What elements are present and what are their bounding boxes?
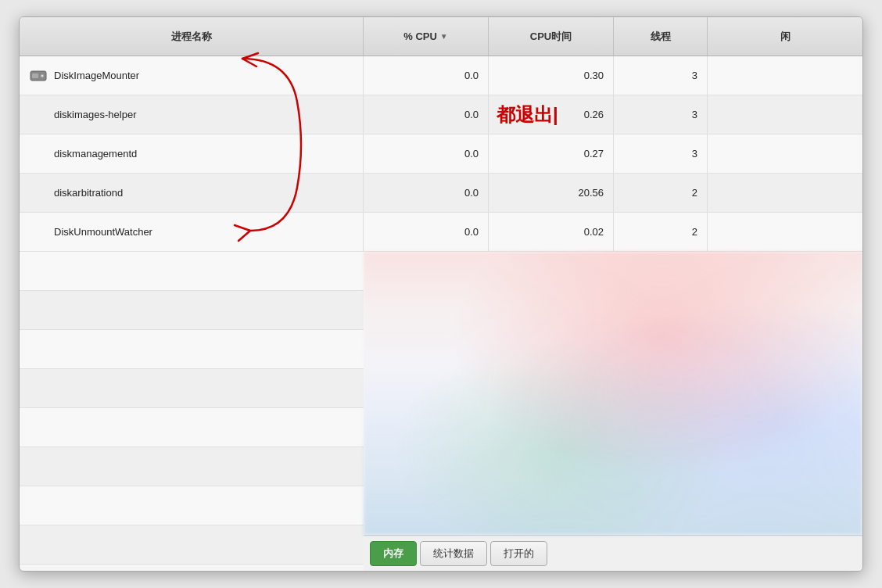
cpu-cell: 0.0: [364, 56, 489, 95]
table-row[interactable]: diskarbitrationd: [20, 174, 364, 213]
process-name-cell: DiskUnmountWatcher: [20, 213, 364, 251]
process-list-panel: DiskImageMounter diskimages-helper diskm…: [20, 56, 364, 571]
table-row[interactable]: 0.0 20.56 2: [364, 174, 862, 213]
cpu-cell: 0.0: [364, 174, 489, 212]
numeric-data-section: 0.0 0.30 3 0.0 0.26 3 都退出|: [364, 56, 862, 252]
empty-row: [20, 291, 364, 330]
cpu-time-cell: 0.02: [489, 213, 614, 251]
empty-row: [20, 369, 364, 408]
cpu-time-cell: 20.56: [489, 174, 614, 212]
process-data-rows: DiskImageMounter diskimages-helper diskm…: [20, 56, 364, 252]
cpu-time-cell: 0.30: [489, 56, 614, 95]
svg-point-2: [41, 74, 44, 77]
col-header-cpu-time[interactable]: CPU时间: [489, 17, 614, 56]
process-name-cell: DiskImageMounter: [20, 56, 364, 95]
table-header: 进程名称 % CPU ▼ CPU时间 线程 闲: [20, 17, 862, 56]
cpu-cell: 0.0: [364, 95, 489, 134]
empty-row: [20, 525, 364, 565]
col-header-cpu[interactable]: % CPU ▼: [364, 17, 489, 56]
right-panel: 0.0 0.30 3 0.0 0.26 3 都退出|: [364, 56, 862, 571]
process-table: DiskImageMounter diskimages-helper diskm…: [20, 56, 364, 571]
threads-cell: 2: [614, 174, 708, 212]
table-row[interactable]: diskimages-helper: [20, 95, 364, 134]
bottom-tabs: 内存 统计数据 打开的: [364, 535, 862, 571]
tab-memory[interactable]: 内存: [370, 541, 417, 566]
tab-stats[interactable]: 统计数据: [420, 541, 487, 566]
table-row[interactable]: DiskImageMounter: [20, 56, 364, 95]
disk-icon: [29, 66, 48, 85]
threads-cell: 3: [614, 56, 708, 95]
table-row[interactable]: 0.0 0.27 3: [364, 134, 862, 174]
threads-cell: 3: [614, 134, 708, 173]
col-header-idle[interactable]: 闲: [708, 17, 862, 56]
empty-row: [20, 252, 364, 291]
threads-cell: 2: [614, 213, 708, 251]
col-header-process-name[interactable]: 进程名称: [20, 17, 364, 56]
empty-row: [20, 330, 364, 369]
process-name-cell: diskmanagementd: [20, 134, 364, 173]
process-name-cell: diskimages-helper: [20, 95, 364, 134]
process-name-cell: diskarbitrationd: [20, 174, 364, 212]
table-row[interactable]: 0.0 0.26 3 都退出|: [364, 95, 862, 134]
annotation-text: 都退出|: [497, 102, 558, 127]
cpu-time-cell: 0.27: [489, 134, 614, 173]
tab-open[interactable]: 打开的: [490, 541, 547, 566]
table-row[interactable]: diskmanagementd: [20, 134, 364, 174]
cpu-cell: 0.0: [364, 134, 489, 173]
empty-rows: [20, 252, 364, 571]
sort-arrow-icon: ▼: [440, 32, 448, 41]
empty-row: [20, 447, 364, 486]
main-content-area: DiskImageMounter diskimages-helper diskm…: [20, 56, 862, 571]
empty-row: [20, 486, 364, 525]
threads-cell: 3: [614, 95, 708, 134]
svg-rect-1: [32, 74, 38, 78]
activity-monitor-window: 进程名称 % CPU ▼ CPU时间 线程 闲: [19, 16, 863, 572]
table-row[interactable]: 0.0 0.30 3: [364, 56, 862, 95]
empty-row: [20, 408, 364, 447]
table-row[interactable]: 0.0 0.02 2: [364, 213, 862, 252]
cpu-cell: 0.0: [364, 213, 489, 251]
cpu-chart-area: [364, 252, 862, 535]
table-row[interactable]: DiskUnmountWatcher: [20, 213, 364, 252]
col-header-threads[interactable]: 线程: [614, 17, 708, 56]
